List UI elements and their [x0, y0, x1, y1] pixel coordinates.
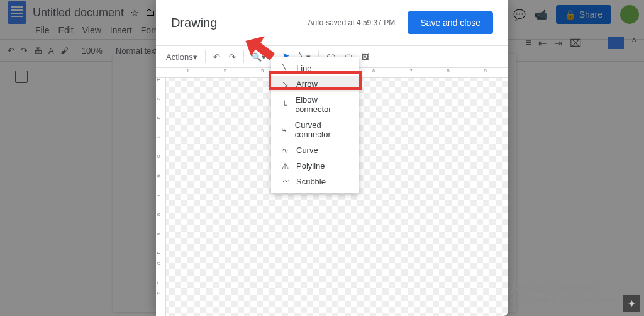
curve-icon: ∿ [280, 145, 290, 155]
windows-activation-watermark: Activate Windows Go to Settings to activ… [511, 283, 630, 305]
line-tool-dropdown: ╲Line ↘Arrow └Elbow connector ⤷Curved co… [271, 57, 359, 193]
zoom-icon[interactable]: 🔍▾ [248, 50, 270, 64]
curved-connector-option[interactable]: ⤷Curved connector [271, 117, 359, 142]
autosave-status: Auto-saved at 4:59:37 PM [308, 18, 396, 27]
elbow-icon: └ [280, 100, 289, 110]
undo-icon[interactable]: ↶ [209, 50, 224, 64]
save-and-close-button[interactable]: Save and close [408, 11, 493, 34]
scribble-icon: 〰 [280, 177, 290, 186]
actions-menu[interactable]: Actions▾ [162, 50, 201, 64]
polyline-icon: ⩚ [280, 161, 290, 171]
curved-icon: ⤷ [280, 125, 289, 135]
line-icon: ╲ [280, 64, 290, 73]
redo-icon[interactable]: ↷ [225, 50, 240, 64]
elbow-connector-option[interactable]: └Elbow connector [271, 92, 359, 117]
arrow-option[interactable]: ↘Arrow [271, 76, 359, 92]
vertical-ruler: 1 2 3 4 5 6 7 8 9 10 11 [156, 78, 166, 316]
polyline-option[interactable]: ⩚Polyline [271, 158, 359, 174]
modal-title: Drawing [171, 16, 217, 30]
scribble-option[interactable]: 〰Scribble [271, 174, 359, 189]
image-tool-icon[interactable]: 🖼 [357, 50, 373, 64]
curve-option[interactable]: ∿Curve [271, 142, 359, 158]
explore-button[interactable]: ✦ [623, 295, 640, 312]
line-option[interactable]: ╲Line [271, 60, 359, 76]
arrow-icon: ↘ [280, 79, 290, 89]
